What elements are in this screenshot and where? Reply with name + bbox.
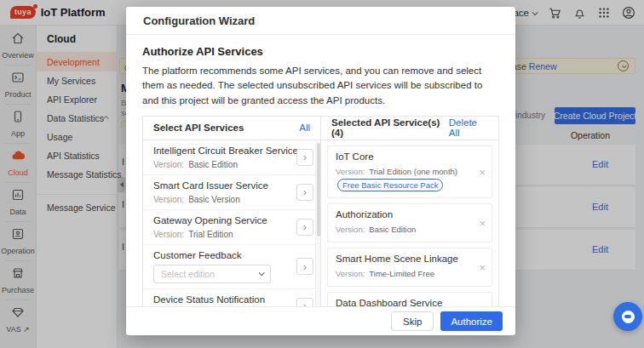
service-name: Device Status Notification [153, 294, 291, 305]
version-value: Basic Version [188, 195, 240, 204]
transfer-panels: Select API Services All Intelligent Circ… [142, 116, 499, 306]
right-panel-title: Selected API Service(s) (4) [331, 117, 449, 138]
page: tuya IoT Platform My Space [0, 0, 644, 348]
service-name: Intelligent Circuit Breaker Service [153, 145, 291, 156]
add-service-button[interactable]: › [296, 258, 313, 275]
select-api-services-panel: Select API Services All Intelligent Circ… [143, 117, 321, 306]
service-name: IoT Core [336, 151, 474, 162]
authorize-button[interactable]: Authorize [440, 311, 503, 331]
left-panel-title: Select API Services [153, 123, 244, 133]
headset-icon [622, 311, 635, 323]
remove-service-button[interactable]: × [479, 262, 486, 273]
service-item: Intelligent Circuit Breaker Service Vers… [143, 140, 320, 175]
version-label: Version: [153, 195, 184, 204]
delete-all-link[interactable]: Delete All [449, 117, 488, 138]
free-resource-badge: Free Basic Resource Pack [337, 179, 443, 191]
service-item: Gateway Opening Service Version:Trial Ed… [143, 210, 320, 245]
edition-select[interactable]: Select edition [153, 265, 271, 283]
version-value: Trial Edition [188, 230, 233, 239]
selected-service-card: IoT Core Version:Trial Edition (one mont… [327, 145, 492, 198]
section-description: The platform recommends some API service… [142, 64, 499, 108]
support-fab[interactable] [613, 302, 642, 331]
version-label: Version: [153, 230, 184, 239]
chevron-down-icon [259, 271, 265, 277]
remove-service-button[interactable]: × [479, 218, 486, 229]
add-service-button[interactable]: › [296, 184, 313, 201]
select-all-link[interactable]: All [299, 123, 310, 133]
selected-service-card: Data Dashboard Service Version:Time-Limi… [327, 292, 492, 306]
selected-service-card: Smart Home Scene Linkage Version:Time-Li… [327, 248, 492, 287]
select-placeholder: Select edition [161, 269, 215, 279]
version-value: Basic Edition [188, 160, 238, 169]
add-service-button[interactable]: › [296, 149, 313, 166]
service-name: Gateway Opening Service [153, 215, 291, 225]
remove-service-button[interactable]: × [479, 166, 486, 177]
service-name: Authorization [336, 209, 474, 220]
version-label: Version: [336, 167, 365, 176]
service-name: Data Dashboard Service [336, 298, 474, 306]
service-name: Smart Card Issuer Service [153, 180, 291, 191]
version-label: Version: [336, 269, 365, 278]
scrollbar[interactable] [315, 141, 320, 306]
service-item: Customer Feedback Select edition › [143, 245, 320, 289]
modal-title: Configuration Wizard [126, 7, 515, 35]
service-name: Customer Feedback [153, 250, 291, 260]
version-label: Version: [153, 160, 184, 169]
service-item: Device Status Notification Version:Trial… [143, 289, 320, 306]
selected-api-services-panel: Selected API Service(s) (4) Delete All I… [321, 117, 498, 306]
section-title: Authorize API Services [142, 45, 499, 58]
service-item: Smart Card Issuer Service Version:Basic … [143, 175, 320, 210]
skip-button[interactable]: Skip [391, 311, 434, 331]
add-service-button[interactable]: › [296, 298, 313, 306]
version-value: Time-Limited Free [369, 269, 434, 278]
version-value: Basic Edition [369, 225, 416, 234]
service-name: Smart Home Scene Linkage [336, 254, 474, 264]
version-value: Trial Edition (one month) [369, 167, 457, 176]
selected-service-card: Authorization Version:Basic Edition × [327, 203, 492, 242]
configuration-wizard-modal: Configuration Wizard Authorize API Servi… [126, 7, 515, 335]
add-service-button[interactable]: › [296, 219, 313, 236]
version-label: Version: [336, 225, 365, 234]
